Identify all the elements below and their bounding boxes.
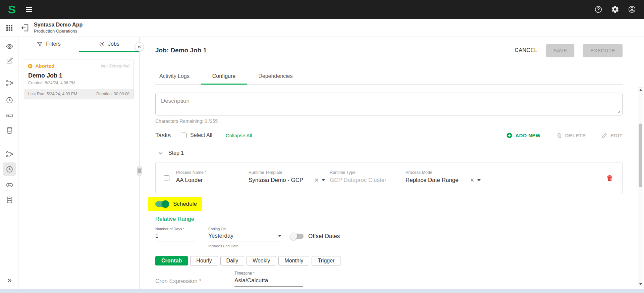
controller-icon-2[interactable] [3, 178, 16, 191]
job-card-title: Demo Job 1 [24, 70, 133, 80]
vertical-scrollbar[interactable] [638, 87, 643, 287]
runtime-template-select[interactable]: Runtime Template Syntasa Demo - GCP ✕ [249, 170, 325, 186]
job-schedule-note: Not Scheduled [101, 63, 129, 68]
number-of-days-field[interactable]: Number of Days * 1 [155, 227, 196, 242]
freq-tab-hourly[interactable]: Hourly [190, 256, 218, 265]
horizontal-scrollbar[interactable] [0, 289, 644, 293]
expand-rail-chevrons-icon[interactable] [3, 275, 16, 286]
page-title: Job: Demo Job 1 [155, 47, 207, 54]
exit-app-icon[interactable] [20, 23, 29, 32]
delete-task-trash-icon[interactable] [606, 174, 613, 182]
step-collapse-chevron-icon[interactable] [157, 150, 164, 156]
job-last-run-text: Last Run: 5/24/24, 4:09 PM [28, 92, 77, 96]
tab-filters[interactable]: Filters [18, 37, 79, 52]
ending-on-select[interactable]: Ending On Yesterday Includes End Date [208, 227, 281, 248]
syntasa-logo-icon: S [8, 4, 15, 15]
job-created-text: Created: 5/24/24, 4:06 PM [24, 80, 133, 89]
number-of-days-label: Number of Days * [155, 227, 196, 231]
tab-jobs[interactable]: Jobs [79, 37, 139, 52]
relative-range-title: Relative Range [155, 216, 623, 223]
app-header: Syntasa Demo App Production Operations [0, 19, 644, 37]
resize-grip-icon[interactable] [616, 109, 621, 114]
panel-resize-handle[interactable] [137, 166, 142, 176]
workflow-icon[interactable] [3, 76, 16, 90]
double-chevron-left-icon [137, 44, 142, 50]
job-status-badge: Aborted [35, 63, 55, 69]
freq-tab-trigger[interactable]: Trigger [312, 256, 340, 265]
freq-tab-daily[interactable]: Daily [220, 256, 245, 265]
scroll-up-arrow-icon[interactable] [638, 88, 643, 92]
offset-dates-label: Offset Dates [308, 233, 340, 240]
tab-activity-logs[interactable]: Activity Logs [155, 68, 201, 85]
process-mode-label: Process Mode [406, 170, 481, 175]
task-row: Process Name * AA Loader Runtime Templat… [155, 162, 623, 194]
gear-icon[interactable] [611, 5, 619, 13]
number-of-days-value: 1 [155, 233, 196, 239]
runtime-type-value: GCP Dataproc Cluster [330, 177, 401, 184]
process-name-field[interactable]: Process Name * AA Loader [176, 170, 244, 186]
clock-icon[interactable] [3, 93, 16, 107]
chevron-down-icon [477, 179, 481, 181]
edit-button[interactable]: EDIT [601, 132, 623, 139]
runtime-template-label: Runtime Template [249, 170, 325, 175]
cancel-button[interactable]: CANCEL [515, 47, 537, 53]
add-new-button[interactable]: ADD NEW [506, 132, 540, 139]
process-mode-value: Replace Date Range [406, 177, 468, 184]
plus-circle-icon [506, 132, 513, 139]
chevron-down-icon [278, 235, 281, 237]
job-card[interactable]: Aborted Not Scheduled Demo Job 1 Created… [24, 59, 134, 99]
chevron-down-icon [322, 179, 325, 181]
database-icon-2[interactable] [3, 193, 16, 206]
process-mode-select[interactable]: Process Mode Replace Date Range ✕ [406, 170, 481, 186]
select-all-label[interactable]: Select All [190, 132, 212, 138]
collapse-all-link[interactable]: Collapse All [226, 133, 252, 138]
offset-dates-toggle[interactable] [290, 234, 304, 239]
tab-jobs-label: Jobs [108, 41, 119, 47]
runtime-type-label: Runtime Type [330, 170, 401, 175]
account-icon[interactable] [628, 5, 636, 13]
execute-button[interactable]: EXECUTE [583, 44, 623, 57]
delete-button[interactable]: DELETE [556, 132, 586, 139]
process-name-value: AA Loader [176, 177, 244, 184]
collapse-panel-button[interactable] [135, 42, 144, 51]
timezone-field[interactable]: Timezone * Asia/Calcutta [234, 271, 303, 289]
freq-tab-crontab[interactable]: Crontab [155, 256, 188, 265]
tab-dependencies[interactable]: Dependencies [247, 68, 304, 85]
freq-tab-weekly[interactable]: Weekly [247, 256, 276, 265]
step-label: Step 1 [168, 150, 184, 156]
left-icon-rail [0, 37, 18, 289]
chars-remaining-text: Characters Remaining: 0 /255 [155, 118, 623, 124]
runtime-type-field: Runtime Type GCP Dataproc Cluster [330, 170, 401, 186]
timezone-value[interactable]: Asia/Calcutta [234, 277, 303, 287]
edit-icon[interactable] [3, 54, 16, 67]
select-all-checkbox[interactable] [181, 133, 186, 138]
tab-configure[interactable]: Configure [201, 68, 247, 85]
timezone-label: Timezone * [234, 271, 303, 276]
schedule-toggle[interactable] [155, 201, 169, 207]
scroll-down-arrow-icon[interactable] [638, 282, 643, 287]
help-icon[interactable] [594, 5, 602, 13]
job-detail-main: Job: Demo Job 1 CANCEL SAVE EXECUTE Acti… [140, 37, 644, 289]
controller-icon[interactable] [3, 108, 16, 122]
clock-icon-active[interactable] [3, 162, 16, 176]
schedule-highlight: Schedule [148, 197, 202, 211]
description-input[interactable] [156, 93, 622, 115]
save-button[interactable]: SAVE [546, 44, 575, 57]
schedule-toggle-label: Schedule [173, 201, 197, 207]
freq-tab-monthly[interactable]: Monthly [278, 256, 309, 265]
task-row-checkbox[interactable] [164, 175, 169, 181]
database-icon[interactable] [3, 124, 16, 137]
hamburger-menu-icon[interactable] [25, 5, 33, 13]
clear-icon[interactable]: ✕ [470, 177, 474, 183]
cron-expression-input[interactable]: Cron Expression * [155, 278, 224, 287]
jobs-gear-icon [99, 41, 105, 47]
apps-grid-icon[interactable] [0, 24, 18, 32]
filter-icon [37, 41, 43, 47]
cron-expression-field[interactable]: Cron Expression * Quartz cron expression… [155, 271, 224, 289]
trash-icon [556, 132, 562, 139]
scrollbar-thumb[interactable] [639, 124, 642, 187]
runtime-template-value: Syntasa Demo - GCP [249, 177, 312, 184]
workflow-icon-2[interactable] [3, 147, 16, 161]
eye-icon[interactable] [3, 40, 16, 53]
clear-icon[interactable]: ✕ [314, 177, 319, 183]
